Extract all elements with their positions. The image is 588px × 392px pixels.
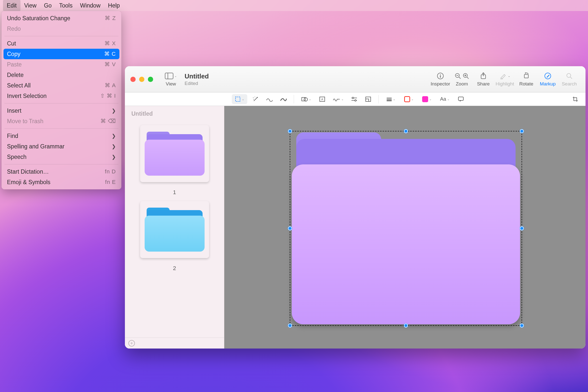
draw-tool[interactable] [278, 94, 289, 104]
shape-style-tool[interactable]: ⌄ [383, 94, 399, 104]
annotate-tool[interactable] [455, 94, 467, 104]
document-title-group[interactable]: Untitled Edited [185, 72, 209, 86]
chevron-down-icon: ⌄ [393, 98, 395, 101]
close-button[interactable] [130, 77, 136, 82]
toolbar-label: Highlight [496, 81, 514, 87]
zoom-buttons[interactable]: Zoom [451, 72, 473, 87]
inspector-button[interactable]: Inspector [430, 72, 451, 87]
menuitem-undo[interactable]: Undo Saturation Change ⌘ Z [3, 13, 119, 24]
traffic-lights [130, 77, 153, 82]
markup-button[interactable]: Markup [537, 72, 559, 87]
menu-tools[interactable]: Tools [55, 0, 76, 11]
svg-rect-15 [524, 74, 528, 78]
search-button[interactable]: Search [559, 72, 580, 87]
menuitem-cut[interactable]: Cut ⌘ X [3, 38, 119, 49]
chevron-right-icon: ❯ [112, 133, 116, 139]
fill-color-tool[interactable]: ⌄ [419, 94, 435, 104]
zoom-in-icon[interactable] [463, 73, 469, 79]
text-style-tool[interactable]: Aa ⌄ [437, 94, 453, 104]
resize-handle-mr[interactable] [520, 226, 524, 230]
menu-window[interactable]: Window [76, 0, 104, 11]
menuitem-label: Select All [7, 82, 31, 89]
menuitem-shortcut: ⌘ X [104, 40, 116, 47]
resize-handle-tm[interactable] [404, 129, 408, 133]
preview-window: ⌄ View Untitled Edited Inspector Zoom Sh… [125, 66, 586, 348]
svg-point-27 [352, 97, 354, 99]
menu-view[interactable]: View [20, 0, 40, 11]
selection-marquee[interactable] [290, 131, 522, 326]
fullscreen-button[interactable] [148, 77, 153, 82]
menu-go[interactable]: Go [40, 0, 55, 11]
menuitem-shortcut: ⌘ ⌫ [100, 118, 116, 124]
view-mode-button[interactable]: ⌄ View [160, 72, 182, 87]
menuitem-emoji-symbols[interactable]: Emoji & Symbols fn E [3, 177, 119, 188]
search-icon [566, 72, 573, 80]
zoom-out-icon[interactable] [455, 73, 461, 79]
menuitem-invert-selection[interactable]: Invert Selection ⇧ ⌘ I [3, 91, 119, 101]
menuitem-delete[interactable]: Delete [3, 70, 119, 80]
shapes-tool[interactable]: ⌄ [298, 94, 314, 104]
menu-edit[interactable]: Edit [3, 0, 20, 11]
menuitem-copy[interactable]: Copy ⌘ C [3, 49, 119, 59]
page-thumbnail[interactable]: 1 [125, 125, 224, 196]
sliders-icon [351, 97, 357, 102]
menu-separator [4, 128, 118, 129]
thumbnail-sidebar: Untitled 1 2 + [125, 106, 224, 348]
highlight-button[interactable]: ⌄ Highlight [494, 72, 516, 87]
sign-tool[interactable]: ⌄ [330, 94, 346, 104]
sketch-tool[interactable] [264, 94, 275, 104]
resize-handle-bm[interactable] [404, 324, 408, 328]
crop-tool[interactable] [570, 94, 581, 104]
canvas-area[interactable] [224, 106, 586, 348]
titlebar[interactable]: ⌄ View Untitled Edited Inspector Zoom Sh… [125, 66, 586, 92]
resize-handle-ml[interactable] [288, 226, 292, 230]
menuitem-label: Cut [7, 40, 16, 47]
menuitem-label: Emoji & Symbols [7, 179, 50, 186]
resize-handle-bl[interactable] [288, 324, 292, 328]
share-button[interactable]: Share [473, 72, 494, 87]
menuitem-shortcut: fn E [105, 179, 116, 186]
add-page-button[interactable]: + [128, 340, 135, 346]
markup-toolbar: ⌄ ⌄ A ⌄ ⌄ [125, 92, 586, 106]
menuitem-move-to-trash: Move to Trash ⌘ ⌫ [3, 116, 119, 126]
edit-menu-dropdown: Undo Saturation Change ⌘ Z Redo Cut ⌘ X … [1, 11, 121, 190]
adjust-color-tool[interactable] [348, 94, 360, 104]
system-menubar: Edit View Go Tools Window Help [0, 0, 588, 11]
selection-tool[interactable]: ⌄ [232, 94, 247, 104]
chevron-down-icon: ⌄ [309, 98, 311, 101]
markup-icon [544, 72, 551, 80]
chevron-down-icon: ⌄ [174, 74, 177, 78]
menuitem-label: Spelling and Grammar [7, 143, 64, 150]
instant-alpha-tool[interactable] [250, 94, 261, 104]
menuitem-spelling-grammar[interactable]: Spelling and Grammar ❯ [3, 141, 119, 152]
menuitem-find[interactable]: Find ❯ [3, 131, 119, 141]
menuitem-shortcut: ⌘ A [105, 82, 116, 89]
svg-point-23 [304, 98, 307, 101]
toolbar-label: View [166, 81, 176, 87]
minimize-button[interactable] [139, 77, 144, 82]
resize-handle-tr[interactable] [520, 129, 524, 133]
text-style-label: Aa [440, 96, 446, 102]
menuitem-label: Move to Trash [7, 118, 43, 125]
resize-handle-tl[interactable] [288, 129, 292, 133]
svg-rect-35 [458, 97, 463, 100]
border-color-tool[interactable]: ⌄ [401, 94, 417, 104]
rotate-button[interactable]: Rotate [516, 72, 537, 87]
menuitem-shortcut: ⌘ C [104, 51, 116, 57]
page-thumbnail[interactable]: 2 [125, 201, 224, 272]
page-number: 2 [173, 265, 176, 272]
adjust-size-tool[interactable] [362, 94, 374, 104]
svg-point-17 [567, 74, 571, 78]
menuitem-insert[interactable]: Insert ❯ [3, 106, 119, 116]
menuitem-start-dictation[interactable]: Start Dictation… fn D [3, 166, 119, 177]
resize-handle-br[interactable] [520, 324, 524, 328]
text-tool[interactable]: A [316, 94, 328, 104]
toolbar-label: Inspector [431, 81, 450, 87]
menu-help[interactable]: Help [104, 0, 123, 11]
menuitem-select-all[interactable]: Select All ⌘ A [3, 80, 119, 91]
menuitem-speech[interactable]: Speech ❯ [3, 152, 119, 162]
folder-blue-icon [145, 208, 205, 252]
svg-line-6 [459, 77, 461, 79]
chevron-down-icon: ⌄ [447, 98, 450, 101]
menuitem-label: Delete [7, 72, 23, 78]
